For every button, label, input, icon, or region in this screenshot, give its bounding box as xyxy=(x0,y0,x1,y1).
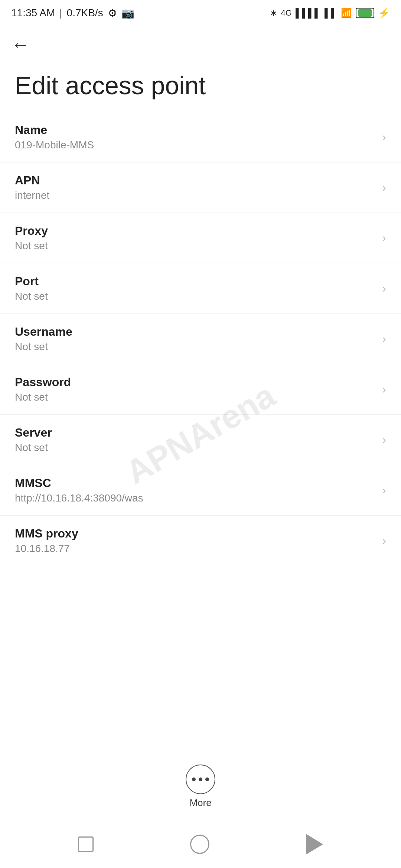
battery-indicator xyxy=(356,8,374,18)
settings-item-name[interactable]: Name 019-Mobile-MMS › xyxy=(0,112,401,162)
video-icon: 📷 xyxy=(121,7,134,19)
chevron-right-icon: › xyxy=(382,282,386,295)
network-4g-icon: 4G xyxy=(281,8,292,18)
battery-fill xyxy=(358,9,372,17)
toolbar: ← xyxy=(0,26,401,63)
settings-item-value: Not set xyxy=(15,240,48,252)
bluetooth-icon: ∗ xyxy=(270,8,277,18)
back-button[interactable]: ← xyxy=(11,35,30,54)
home-icon xyxy=(190,835,209,854)
status-data-speed: 0.7KB/s xyxy=(67,7,103,19)
wifi-icon: 📶 xyxy=(341,8,352,18)
chevron-right-icon: › xyxy=(382,231,386,245)
settings-item-label: MMSC xyxy=(15,476,143,490)
chevron-right-icon: › xyxy=(382,534,386,548)
nav-recents-button[interactable] xyxy=(78,836,94,852)
settings-item-content: APN internet xyxy=(15,174,49,201)
settings-item-content: MMSC http://10.16.18.4:38090/was xyxy=(15,476,143,504)
settings-item-content: Password Not set xyxy=(15,375,71,403)
settings-item-password[interactable]: Password Not set › xyxy=(0,364,401,415)
settings-item-apn[interactable]: APN internet › xyxy=(0,162,401,213)
more-button[interactable]: More xyxy=(186,765,215,809)
settings-item-mmsc[interactable]: MMSC http://10.16.18.4:38090/was › xyxy=(0,465,401,516)
settings-item-label: MMS proxy xyxy=(15,527,78,540)
settings-item-content: Proxy Not set xyxy=(15,224,48,252)
more-label: More xyxy=(189,797,211,809)
settings-item-content: Server Not set xyxy=(15,426,52,454)
nav-back-button[interactable] xyxy=(306,834,323,855)
status-right: ∗ 4G ▌▌▌▌ ▌▌ 📶 ⚡ xyxy=(270,7,390,19)
settings-item-label: Proxy xyxy=(15,224,48,238)
status-time: 11:35 AM xyxy=(11,7,55,19)
more-circle-icon xyxy=(186,765,215,794)
settings-item-value: Not set xyxy=(15,290,48,302)
charging-icon: ⚡ xyxy=(378,7,390,19)
back-icon xyxy=(306,834,323,855)
settings-item-value: 019-Mobile-MMS xyxy=(15,139,94,151)
settings-item-server[interactable]: Server Not set › xyxy=(0,415,401,465)
chevron-right-icon: › xyxy=(382,382,386,396)
settings-item-label: APN xyxy=(15,174,49,187)
settings-item-proxy[interactable]: Proxy Not set › xyxy=(0,213,401,263)
settings-item-label: Username xyxy=(15,325,72,339)
settings-item-label: Password xyxy=(15,375,71,389)
settings-item-value: 10.16.18.77 xyxy=(15,543,78,555)
chevron-right-icon: › xyxy=(382,483,386,497)
settings-item-value: Not set xyxy=(15,442,52,454)
signal-icon: ▌▌▌▌ xyxy=(296,8,321,18)
settings-item-content: Username Not set xyxy=(15,325,72,353)
settings-icon: ⚙ xyxy=(108,7,117,19)
chevron-right-icon: › xyxy=(382,433,386,447)
settings-item-username[interactable]: Username Not set › xyxy=(0,314,401,364)
settings-item-mms-proxy[interactable]: MMS proxy 10.16.18.77 › xyxy=(0,516,401,566)
signal2-icon: ▌▌ xyxy=(325,8,337,18)
status-speed: | xyxy=(59,7,62,19)
settings-item-content: Name 019-Mobile-MMS xyxy=(15,123,94,151)
settings-list: Name 019-Mobile-MMS › APN internet › Pro… xyxy=(0,112,401,566)
settings-item-value: Not set xyxy=(15,341,72,353)
status-left: 11:35 AM | 0.7KB/s ⚙ 📷 xyxy=(11,7,134,19)
chevron-right-icon: › xyxy=(382,130,386,144)
status-bar: 11:35 AM | 0.7KB/s ⚙ 📷 ∗ 4G ▌▌▌▌ ▌▌ 📶 ⚡ xyxy=(0,0,401,26)
settings-item-value: internet xyxy=(15,190,49,201)
settings-item-label: Port xyxy=(15,274,48,288)
settings-item-value: http://10.16.18.4:38090/was xyxy=(15,492,143,504)
nav-home-button[interactable] xyxy=(190,835,209,854)
settings-item-port[interactable]: Port Not set › xyxy=(0,263,401,314)
settings-item-label: Name xyxy=(15,123,94,137)
recents-icon xyxy=(78,836,94,852)
chevron-right-icon: › xyxy=(382,332,386,346)
settings-item-label: Server xyxy=(15,426,52,440)
page-title-container: Edit access point xyxy=(0,63,401,112)
chevron-right-icon: › xyxy=(382,181,386,194)
settings-item-value: Not set xyxy=(15,391,71,403)
navigation-bar xyxy=(0,820,401,868)
settings-item-content: MMS proxy 10.16.18.77 xyxy=(15,527,78,555)
page-title: Edit access point xyxy=(15,70,386,101)
more-dots-icon xyxy=(192,777,209,781)
settings-item-content: Port Not set xyxy=(15,274,48,302)
